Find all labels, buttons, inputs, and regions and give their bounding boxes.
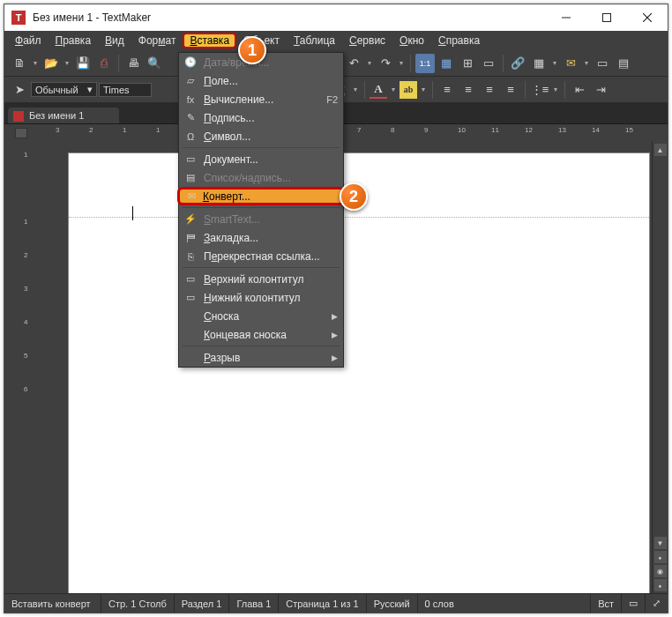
menu-item-icon: 🕒 xyxy=(184,56,197,69)
menubar: ФайлПравкаВидФорматВставкаОбъектТаблицаС… xyxy=(4,31,668,50)
document-tab[interactable]: Без имени 1 xyxy=(8,108,119,123)
prev-page-icon[interactable]: ⬥ xyxy=(654,551,667,563)
submenu-arrow-icon: ▶ xyxy=(332,312,338,321)
menu-item-label: Закладка... xyxy=(204,232,258,244)
redo-icon[interactable]: ↷ xyxy=(376,54,395,73)
menu-item-концевая-сноска[interactable]: Концевая сноска▶ xyxy=(179,325,343,344)
menu-item-label: Концевая сноска xyxy=(204,329,287,341)
menu-формат[interactable]: Формат xyxy=(131,33,183,48)
menu-item-символ[interactable]: ΩСимвол... xyxy=(179,127,343,145)
menu-separator xyxy=(183,207,340,208)
ruler-tick: 14 xyxy=(592,126,600,134)
table-icon[interactable]: ▦ xyxy=(529,54,549,73)
save-icon[interactable]: 💾 xyxy=(73,54,93,73)
new-file-icon[interactable]: 🗎 xyxy=(10,54,29,73)
menu-item-icon: ▭ xyxy=(184,273,197,286)
grid-icon[interactable]: ⊞ xyxy=(458,54,477,73)
align-left-icon[interactable]: ≡ xyxy=(437,80,457,100)
vertical-ruler[interactable]: 1123456 xyxy=(4,142,38,593)
menu-item-label: Разрыв xyxy=(204,352,240,364)
menu-item-конверт[interactable]: ✉Конверт... xyxy=(177,187,345,205)
menu-item-нижний-колонтитул[interactable]: ▭Нижний колонтитул xyxy=(179,288,343,307)
highlight-button[interactable]: ab xyxy=(399,81,417,99)
menu-item-label: Поле... xyxy=(204,75,238,87)
undo-icon[interactable]: ↶ xyxy=(344,54,363,73)
horizontal-ruler[interactable]: 321123456789101112131415 xyxy=(38,124,668,142)
pointer-icon[interactable]: ➤ xyxy=(10,80,29,100)
menu-item-icon: ⚡ xyxy=(184,213,197,226)
vertical-scrollbar[interactable]: ▲ ▼ ⬥ ◉ ⬥ xyxy=(652,142,668,593)
style-selector[interactable]: Обычный▾ xyxy=(31,82,97,97)
scroll-down-icon[interactable]: ▼ xyxy=(654,537,667,549)
menu-item-icon: fx xyxy=(184,93,197,106)
status-position[interactable]: Стр. 1 Столб xyxy=(101,594,175,613)
menu-справка[interactable]: Справка xyxy=(431,33,487,48)
layout-icon[interactable]: ▦ xyxy=(437,54,456,73)
insert-menu-dropdown: 🕒Дата/время...▱Поле...fxВычисление...F2✎… xyxy=(178,52,344,368)
object-icon[interactable]: ▭ xyxy=(593,54,612,73)
menu-item-подпись[interactable]: ✎Подпись... xyxy=(179,108,343,127)
menu-правка[interactable]: Правка xyxy=(49,33,99,48)
ruler-tick: 3 xyxy=(56,126,59,134)
align-right-icon[interactable]: ≡ xyxy=(480,80,499,100)
close-button[interactable] xyxy=(627,4,668,31)
maximize-button[interactable] xyxy=(586,4,627,31)
scroll-up-icon[interactable]: ▲ xyxy=(654,144,667,156)
menu-окно[interactable]: Окно xyxy=(392,33,431,48)
menu-item-сноска[interactable]: Сноска▶ xyxy=(179,307,343,325)
menu-item-вычисление[interactable]: fxВычисление...F2 xyxy=(179,90,343,108)
ruler-corner[interactable] xyxy=(4,124,38,142)
menu-item-разрыв[interactable]: Разрыв▶ xyxy=(179,348,343,367)
menu-item-icon: ▭ xyxy=(184,292,197,304)
align-center-icon[interactable]: ≡ xyxy=(459,80,478,100)
menu-вставка[interactable]: Вставка xyxy=(183,33,236,48)
font-selector[interactable]: Times xyxy=(99,83,152,97)
menu-item-закладка[interactable]: ⛿Закладка... xyxy=(179,228,343,247)
status-view-icon[interactable]: ▭ xyxy=(622,594,646,613)
menu-item-label: Документ... xyxy=(204,153,258,166)
menu-вид[interactable]: Вид xyxy=(98,33,131,48)
menu-item-документ[interactable]: ▭Документ... xyxy=(179,150,343,168)
nav-target-icon[interactable]: ◉ xyxy=(654,565,667,577)
decrease-indent-icon[interactable]: ⇤ xyxy=(570,80,589,100)
font-color-button[interactable]: A xyxy=(370,81,387,99)
status-language[interactable]: Русский xyxy=(367,594,418,613)
menu-item-icon: ▭ xyxy=(184,153,197,166)
menu-таблица[interactable]: Таблица xyxy=(287,33,342,48)
menu-item-icon: ▱ xyxy=(184,75,197,87)
menu-item-поле[interactable]: ▱Поле... xyxy=(179,71,343,90)
document-canvas[interactable] xyxy=(38,142,652,593)
open-file-icon[interactable]: 📂 xyxy=(41,54,61,73)
ruler-tick-v: 2 xyxy=(24,251,27,259)
menu-файл[interactable]: Файл xyxy=(8,33,49,48)
page-view-icon[interactable]: 1:1 xyxy=(415,54,435,73)
document-page[interactable] xyxy=(68,152,650,593)
status-section[interactable]: Раздел 1 xyxy=(175,594,230,613)
ruler-tick: 15 xyxy=(625,126,633,134)
ruler-tick: 7 xyxy=(357,126,361,134)
minimize-button[interactable] xyxy=(546,4,586,31)
annotation-marker-1: 1 xyxy=(238,36,266,64)
status-expand-icon[interactable]: ⤢ xyxy=(646,594,668,613)
status-chapter[interactable]: Глава 1 xyxy=(229,594,279,613)
link-icon[interactable]: 🔗 xyxy=(508,54,527,73)
ruler-tick: 13 xyxy=(558,126,566,134)
status-insert-mode[interactable]: Вст xyxy=(591,594,622,613)
envelope-icon[interactable]: ✉ xyxy=(561,54,580,73)
status-page[interactable]: Страница 1 из 1 xyxy=(279,594,366,613)
bullet-list-icon[interactable]: ⋮≡ xyxy=(530,80,549,100)
next-page-icon[interactable]: ⬥ xyxy=(654,579,667,591)
menu-item-label: Конверт... xyxy=(203,190,250,203)
menu-сервис[interactable]: Сервис xyxy=(342,33,392,48)
pdf-icon[interactable]: ⎙ xyxy=(94,54,114,73)
print-preview-icon[interactable]: 🔍 xyxy=(145,54,164,73)
more-icon[interactable]: ▤ xyxy=(614,54,633,73)
print-icon[interactable]: 🖶 xyxy=(123,54,143,73)
increase-indent-icon[interactable]: ⇥ xyxy=(591,80,610,100)
status-wordcount[interactable]: 0 слов xyxy=(418,594,592,613)
menu-item-верхний-колонтитул[interactable]: ▭Верхний колонтитул xyxy=(179,270,343,288)
align-justify-icon[interactable]: ≡ xyxy=(501,80,520,100)
ruler-tick: 8 xyxy=(391,126,394,134)
form-icon[interactable]: ▭ xyxy=(479,54,498,73)
menu-item-перекрестная-ссылка[interactable]: ⎘Перекрестная ссылка... xyxy=(179,247,343,265)
